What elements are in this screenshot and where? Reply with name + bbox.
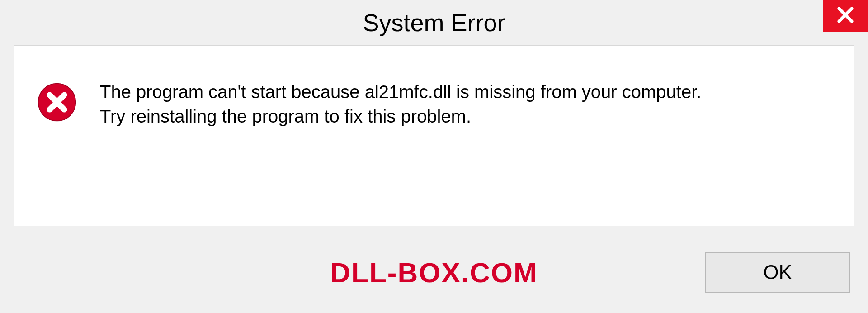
dialog-title: System Error [363, 9, 505, 37]
close-button[interactable] [823, 0, 868, 32]
watermark-text: DLL-BOX.COM [330, 256, 538, 289]
ok-button[interactable]: OK [705, 252, 850, 293]
close-icon [836, 6, 854, 26]
message-line-2: Try reinstalling the program to fix this… [100, 104, 831, 128]
footer-bar: DLL-BOX.COM OK [0, 241, 868, 313]
message-line-1: The program can't start because al21mfc.… [100, 80, 831, 104]
title-bar: System Error [0, 0, 868, 45]
error-message: The program can't start because al21mfc.… [100, 77, 831, 128]
content-panel: The program can't start because al21mfc.… [14, 45, 854, 226]
error-icon [37, 82, 77, 124]
